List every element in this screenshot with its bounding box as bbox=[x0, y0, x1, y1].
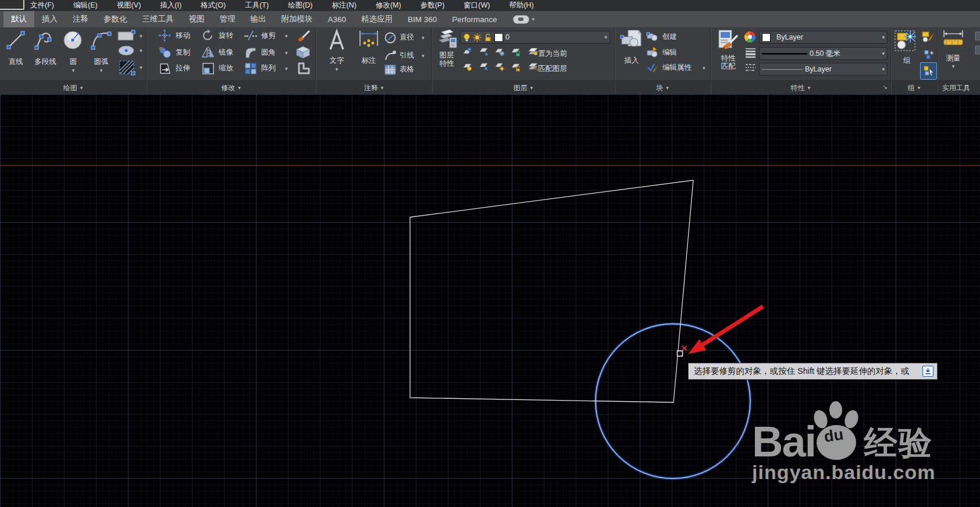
polyline-button[interactable]: 多段线 bbox=[30, 28, 60, 66]
menu-help[interactable]: 帮助(H) bbox=[509, 1, 533, 10]
tab-annotate[interactable]: 注释 bbox=[65, 11, 96, 27]
drawing-canvas[interactable]: 选择要修剪的对象，或按住 Shift 键选择要延伸的对象，或 Bai du 经验… bbox=[0, 94, 980, 507]
match-properties-big-button[interactable]: 特性 匹配 bbox=[715, 28, 741, 70]
match-layer-label[interactable]: 匹配图层 bbox=[538, 63, 567, 74]
table-label[interactable]: 表格 bbox=[400, 64, 414, 74]
menu-parametric[interactable]: 参数(P) bbox=[420, 1, 445, 10]
chevron-down-icon[interactable]: ▾ bbox=[72, 68, 75, 73]
trim-button[interactable] bbox=[244, 30, 258, 44]
layer-off-icon[interactable] bbox=[462, 47, 472, 56]
panel-title-properties[interactable]: 特性▾ ↘ bbox=[711, 81, 891, 95]
edit-attributes-button[interactable] bbox=[646, 62, 659, 76]
edit-block-label[interactable]: 编辑 bbox=[662, 47, 677, 58]
application-button[interactable] bbox=[0, 0, 24, 10]
tab-add-ins[interactable]: 附加模块 bbox=[274, 11, 320, 27]
chevron-down-icon[interactable]: ▾ bbox=[285, 66, 288, 72]
chevron-down-icon[interactable]: ▾ bbox=[140, 34, 142, 39]
chevron-down-icon[interactable]: ▾ bbox=[336, 67, 338, 72]
move-button[interactable] bbox=[158, 29, 171, 44]
clip-tool-button[interactable] bbox=[296, 61, 311, 78]
menu-insert[interactable]: 插入(I) bbox=[160, 1, 181, 10]
polyline-entity[interactable] bbox=[410, 180, 693, 402]
tab-insert[interactable]: 插入 bbox=[34, 11, 65, 27]
layer-properties-button[interactable]: 图层 特性 bbox=[434, 28, 459, 67]
panel-title-block[interactable]: 块▾ bbox=[615, 81, 711, 95]
chevron-down-icon[interactable]: ▾ bbox=[285, 51, 288, 56]
panel-title-layers[interactable]: 图层▾ bbox=[432, 81, 615, 95]
object-color-select[interactable]: ByLayer ▾ bbox=[759, 31, 888, 44]
chevron-down-icon[interactable]: ▾ bbox=[100, 68, 103, 73]
tab-parametric[interactable]: 参数化 bbox=[96, 11, 135, 27]
tab-output[interactable]: 输出 bbox=[243, 11, 274, 27]
menu-file[interactable]: 文件(F) bbox=[30, 1, 54, 10]
chevron-down-icon[interactable]: ▾ bbox=[140, 65, 142, 70]
tab-performance[interactable]: Performance bbox=[444, 11, 504, 27]
group-button[interactable]: 组 bbox=[892, 28, 921, 65]
menu-dimension[interactable]: 标注(N) bbox=[332, 1, 357, 10]
tab-bim360[interactable]: BIM 360 bbox=[400, 11, 444, 27]
match-layer-icon[interactable] bbox=[528, 62, 539, 72]
tab-a360[interactable]: A360 bbox=[320, 11, 354, 27]
layer-lock-icon[interactable] bbox=[511, 47, 521, 56]
match-properties-button[interactable] bbox=[295, 29, 311, 47]
array-button[interactable] bbox=[244, 62, 258, 78]
insert-block-button[interactable]: 插入 bbox=[619, 28, 644, 65]
panel-title-modify[interactable]: 修改▾ bbox=[147, 81, 316, 95]
edit-block-button[interactable] bbox=[646, 47, 659, 60]
dimension-button[interactable]: 标注 bbox=[355, 28, 383, 65]
fillet-button[interactable] bbox=[244, 46, 258, 61]
rotate-label[interactable]: 旋转 bbox=[219, 30, 233, 41]
chevron-down-icon[interactable]: ▾ bbox=[952, 64, 955, 69]
line-button[interactable]: 直线 bbox=[2, 28, 29, 66]
chevron-down-icon[interactable]: ▾ bbox=[422, 53, 425, 59]
layer-unisolate-icon[interactable] bbox=[479, 62, 489, 72]
tab-manage[interactable]: 管理 bbox=[212, 11, 243, 27]
create-block-button[interactable] bbox=[646, 31, 659, 45]
menu-view[interactable]: 视图(V) bbox=[117, 1, 141, 10]
tooltip-more-button[interactable] bbox=[922, 366, 933, 377]
layer-on-icon[interactable] bbox=[462, 62, 472, 72]
fillet-label[interactable]: 圆角 bbox=[261, 47, 276, 58]
menu-format[interactable]: 格式(O) bbox=[201, 1, 226, 10]
diameter-button[interactable] bbox=[384, 31, 397, 47]
leader-button[interactable] bbox=[384, 49, 397, 65]
scale-label[interactable]: 缩放 bbox=[219, 63, 233, 73]
edit-attributes-label[interactable]: 编辑属性 bbox=[662, 62, 692, 73]
diameter-label[interactable]: 直径 bbox=[400, 32, 414, 42]
arc-button[interactable]: 圆弧 ▾ bbox=[87, 28, 115, 73]
menu-edit[interactable]: 编辑(E) bbox=[73, 1, 98, 10]
rectangle-button[interactable] bbox=[116, 29, 137, 44]
ribbon-display-toggle[interactable]: ▾ bbox=[513, 11, 535, 27]
menu-draw[interactable]: 绘图(D) bbox=[288, 1, 312, 10]
stretch-label[interactable]: 拉伸 bbox=[176, 63, 190, 73]
chevron-down-icon[interactable]: ▾ bbox=[285, 34, 288, 39]
tab-featured-apps[interactable]: 精选应用 bbox=[354, 11, 400, 27]
move-label[interactable]: 移动 bbox=[176, 30, 190, 41]
table-button[interactable] bbox=[384, 63, 397, 78]
layer-select[interactable]: 0 ▾ bbox=[460, 31, 610, 44]
stretch-button[interactable] bbox=[158, 62, 172, 78]
create-block-label[interactable]: 创建 bbox=[662, 31, 677, 42]
set-current-label[interactable]: 置为当前 bbox=[538, 48, 567, 59]
panel-title-utilities[interactable]: 实用工具 bbox=[938, 81, 980, 95]
menu-modify[interactable]: 修改(M) bbox=[376, 1, 401, 10]
scale-button[interactable] bbox=[201, 62, 215, 78]
mirror-label[interactable]: 镜像 bbox=[219, 47, 233, 58]
mirror-button[interactable] bbox=[201, 46, 215, 61]
3d-box-button[interactable] bbox=[295, 45, 311, 62]
layer-thaw-icon[interactable] bbox=[495, 62, 505, 72]
layer-freeze-icon[interactable] bbox=[495, 47, 505, 56]
circle-button[interactable]: 圆 ▾ bbox=[60, 28, 86, 73]
array-label[interactable]: 阵列 bbox=[261, 63, 276, 73]
color-wheel-button[interactable] bbox=[744, 31, 756, 45]
chevron-down-icon[interactable]: ▾ bbox=[703, 66, 705, 71]
copy-label[interactable]: 复制 bbox=[176, 47, 190, 58]
ellipse-button[interactable] bbox=[117, 44, 136, 59]
ungroup-button[interactable] bbox=[923, 49, 935, 63]
chevron-down-icon[interactable]: ▾ bbox=[140, 48, 142, 53]
menu-tools[interactable]: 工具(T) bbox=[245, 1, 269, 10]
linetype-select[interactable]: ByLayer ▾ bbox=[759, 63, 888, 76]
dialog-launcher-icon[interactable]: ↘ bbox=[883, 84, 888, 90]
leader-label[interactable]: 引线 bbox=[400, 50, 414, 60]
layer-unlock-icon[interactable] bbox=[511, 62, 521, 72]
